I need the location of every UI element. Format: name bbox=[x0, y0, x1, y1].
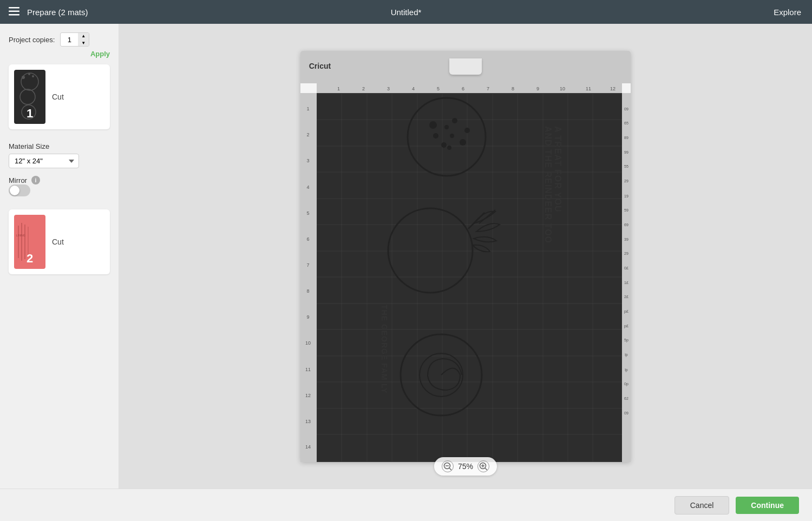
svg-text:59: 59 bbox=[624, 208, 628, 212]
svg-text:69: 69 bbox=[624, 222, 628, 226]
mat1-label: Cut bbox=[52, 93, 64, 101]
svg-text:10: 10 bbox=[305, 340, 311, 346]
mat2-card: LINING 2 Cut bbox=[9, 209, 110, 274]
zoom-in-button[interactable] bbox=[477, 460, 489, 472]
svg-rect-1 bbox=[9, 10, 19, 12]
apply-button[interactable]: Apply bbox=[9, 50, 110, 58]
svg-text:6: 6 bbox=[462, 86, 464, 91]
mat-grid[interactable]: A TREAT FOR YOU AND THE REINDEER TOO THE… bbox=[317, 93, 622, 462]
svg-point-95 bbox=[452, 118, 457, 123]
svg-rect-2 bbox=[9, 14, 19, 16]
copies-input[interactable] bbox=[61, 36, 78, 44]
svg-text:5: 5 bbox=[437, 86, 440, 91]
svg-text:2: 2 bbox=[362, 86, 365, 91]
mirror-info-icon[interactable]: i bbox=[31, 176, 40, 184]
svg-text:09: 09 bbox=[624, 107, 628, 111]
svg-text:lp: lp bbox=[625, 353, 628, 357]
cricut-logo: Cricut bbox=[308, 60, 346, 75]
svg-rect-28 bbox=[300, 93, 317, 462]
svg-rect-67 bbox=[317, 94, 622, 461]
material-size-select[interactable]: 12" x 24" 12" x 12" Custom bbox=[9, 154, 79, 168]
svg-text:55: 55 bbox=[624, 164, 628, 168]
svg-text:7: 7 bbox=[306, 262, 309, 267]
zoom-out-button[interactable] bbox=[442, 460, 454, 472]
svg-text:4: 4 bbox=[412, 86, 415, 91]
svg-text:39: 39 bbox=[624, 237, 628, 241]
menu-icon[interactable] bbox=[9, 6, 19, 18]
continue-button[interactable]: Continue bbox=[736, 497, 799, 514]
svg-point-96 bbox=[464, 128, 470, 133]
svg-point-100 bbox=[450, 134, 454, 138]
svg-text:14: 14 bbox=[305, 444, 311, 449]
center-area: Cricut 1 2 3 4 5 6 7 8 bbox=[119, 24, 812, 489]
ruler-left: 1 2 3 4 5 6 7 8 9 10 11 12 13 14 bbox=[300, 93, 317, 462]
material-size-wrapper: 12" x 24" 12" x 12" Custom bbox=[9, 154, 110, 168]
svg-text:10: 10 bbox=[560, 86, 565, 91]
svg-text:99: 99 bbox=[624, 150, 628, 154]
svg-point-102 bbox=[447, 146, 451, 150]
mat2-number: 2 bbox=[27, 252, 33, 266]
topbar-center-title: Untitled* bbox=[391, 8, 422, 17]
cancel-button[interactable]: Cancel bbox=[675, 496, 730, 515]
svg-text:2£: 2£ bbox=[624, 295, 628, 299]
svg-text:12: 12 bbox=[610, 86, 615, 91]
copies-down-button[interactable]: ▼ bbox=[78, 39, 89, 47]
mirror-toggle[interactable] bbox=[9, 184, 30, 196]
svg-text:9: 9 bbox=[306, 314, 309, 320]
svg-text:12: 12 bbox=[305, 392, 311, 398]
svg-text:p£: p£ bbox=[624, 309, 628, 314]
svg-text:THE GEORGE FAMILY: THE GEORGE FAMILY bbox=[380, 305, 389, 393]
svg-text:8: 8 bbox=[306, 288, 309, 294]
left-panel: Project copies: ▲ ▼ Apply bbox=[0, 24, 119, 489]
mat-canvas: Cricut 1 2 3 4 5 6 7 8 bbox=[300, 51, 631, 462]
svg-text:7: 7 bbox=[487, 86, 489, 91]
mirror-row: Mirror i bbox=[9, 176, 110, 184]
svg-text:29: 29 bbox=[624, 179, 628, 183]
svg-point-97 bbox=[460, 139, 466, 146]
svg-point-8 bbox=[28, 73, 30, 75]
svg-text:3: 3 bbox=[306, 158, 309, 163]
zoom-value: 75% bbox=[458, 462, 473, 471]
svg-text:4: 4 bbox=[306, 184, 309, 189]
svg-text:65: 65 bbox=[624, 121, 628, 125]
zoom-controls: 75% bbox=[434, 457, 497, 476]
svg-text:5: 5 bbox=[306, 210, 309, 215]
topbar: Prepare (2 mats) Untitled* Explore bbox=[0, 0, 812, 24]
svg-text:p£: p£ bbox=[624, 324, 628, 328]
ruler-right: 09 65 89 99 55 29 19 59 69 39 29 0£ 1£ 2… bbox=[622, 93, 631, 462]
ruler-top: 1 2 3 4 5 6 7 8 9 10 11 12 bbox=[317, 83, 622, 93]
svg-text:11: 11 bbox=[305, 366, 311, 372]
svg-text:A TREAT FOR YOU: A TREAT FOR YOU bbox=[553, 126, 562, 213]
explore-link[interactable]: Explore bbox=[774, 8, 801, 17]
svg-text:lp: lp bbox=[625, 367, 628, 372]
mat1-thumbnail[interactable]: 1 bbox=[14, 70, 45, 124]
svg-rect-43 bbox=[622, 93, 631, 462]
copies-up-button[interactable]: ▲ bbox=[78, 32, 89, 39]
toggle-thumb bbox=[10, 186, 19, 195]
svg-point-4 bbox=[20, 89, 35, 104]
svg-text:09: 09 bbox=[624, 411, 628, 414]
copies-input-wrapper: ▲ ▼ bbox=[60, 32, 89, 47]
mat1-card: 1 Cut bbox=[9, 64, 110, 129]
svg-text:2: 2 bbox=[306, 132, 309, 137]
mat-clip bbox=[449, 58, 482, 75]
copies-spinners: ▲ ▼ bbox=[78, 32, 89, 47]
svg-line-112 bbox=[449, 468, 451, 470]
svg-text:0£: 0£ bbox=[624, 266, 628, 269]
svg-text:62: 62 bbox=[624, 396, 628, 400]
svg-text:11: 11 bbox=[586, 86, 591, 91]
svg-point-3 bbox=[21, 73, 38, 90]
svg-text:6: 6 bbox=[306, 236, 309, 241]
svg-text:3: 3 bbox=[387, 86, 390, 91]
topbar-title: Prepare (2 mats) bbox=[27, 8, 88, 17]
mat2-thumbnail[interactable]: LINING 2 bbox=[14, 215, 45, 269]
svg-text:89: 89 bbox=[624, 136, 628, 140]
svg-text:1: 1 bbox=[337, 86, 340, 91]
svg-point-94 bbox=[429, 121, 437, 129]
svg-point-98 bbox=[441, 142, 447, 148]
svg-text:9: 9 bbox=[536, 86, 539, 91]
svg-point-6 bbox=[22, 76, 25, 79]
svg-point-99 bbox=[433, 133, 438, 139]
svg-text:5p: 5p bbox=[624, 338, 628, 342]
bottom-bar: Cancel Continue bbox=[0, 489, 812, 521]
